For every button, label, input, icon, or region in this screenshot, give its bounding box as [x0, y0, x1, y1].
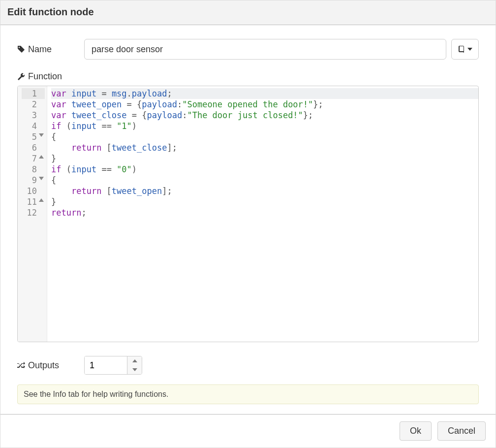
- ok-button[interactable]: Ok: [400, 421, 432, 441]
- code-line[interactable]: var tweet_close = {payload:"The door jus…: [51, 110, 478, 121]
- wrench-icon: [17, 73, 25, 81]
- name-row: Name: [17, 39, 479, 60]
- outputs-input[interactable]: [85, 356, 127, 374]
- gutter-line: 5: [22, 131, 45, 142]
- cancel-button[interactable]: Cancel: [437, 421, 486, 441]
- outputs-increment-button[interactable]: [127, 356, 142, 365]
- code-line[interactable]: var tweet_open = {payload:"Someone opene…: [51, 99, 478, 110]
- gutter-line: 6: [22, 142, 45, 153]
- code-line[interactable]: {: [51, 131, 478, 142]
- code-line[interactable]: }: [51, 196, 478, 207]
- chevron-up-icon: [132, 359, 137, 362]
- edit-function-dialog: Edit function node Name Function 1234567…: [0, 0, 496, 448]
- outputs-row: Outputs: [17, 356, 479, 375]
- gutter-line: 9: [22, 175, 45, 186]
- outputs-label: Outputs: [17, 360, 84, 371]
- dialog-footer: Ok Cancel: [0, 414, 496, 448]
- code-line[interactable]: if (input == "1"): [51, 121, 478, 131]
- chevron-down-icon: [132, 368, 137, 371]
- code-line[interactable]: {: [51, 175, 478, 186]
- code-line[interactable]: return;: [51, 207, 478, 218]
- fold-close-icon[interactable]: [39, 198, 44, 202]
- fold-open-icon[interactable]: [39, 133, 44, 137]
- gutter-line: 7: [22, 153, 45, 164]
- function-label-text: Function: [28, 71, 62, 82]
- tag-icon: [17, 45, 25, 53]
- dialog-title: Edit function node: [0, 0, 496, 25]
- library-button[interactable]: [451, 39, 479, 60]
- gutter-line: 10: [22, 186, 45, 196]
- gutter-line: 4: [22, 121, 45, 131]
- code-line[interactable]: var input = msg.payload;: [51, 88, 478, 99]
- gutter-line: 8: [22, 164, 45, 175]
- fold-close-icon[interactable]: [39, 155, 44, 159]
- book-icon: [458, 45, 465, 53]
- name-input[interactable]: [84, 39, 446, 60]
- outputs-spinner: [84, 356, 142, 375]
- code-line[interactable]: return [tweet_close];: [51, 142, 478, 153]
- hint-box: See the Info tab for help writing functi…: [17, 384, 479, 404]
- gutter-line: 3: [22, 110, 45, 121]
- shuffle-icon: [17, 361, 25, 369]
- gutter-line: 2: [22, 99, 45, 110]
- chevron-down-icon: [467, 48, 472, 51]
- gutter-line: 12: [22, 207, 45, 218]
- name-label: Name: [17, 44, 84, 55]
- code-editor[interactable]: 123456789101112 var input = msg.payload;…: [17, 86, 479, 342]
- editor-gutter: 123456789101112: [18, 86, 47, 342]
- fold-open-icon[interactable]: [39, 177, 44, 180]
- spinner-buttons: [127, 356, 142, 374]
- function-label: Function: [17, 71, 479, 82]
- code-line[interactable]: return [tweet_open];: [51, 186, 478, 196]
- outputs-label-text: Outputs: [28, 360, 59, 371]
- gutter-line: 11: [22, 196, 45, 207]
- editor-code[interactable]: var input = msg.payload;var tweet_open =…: [47, 86, 478, 342]
- code-line[interactable]: }: [51, 153, 478, 164]
- gutter-line: 1: [22, 88, 45, 99]
- name-label-text: Name: [28, 44, 52, 55]
- outputs-decrement-button[interactable]: [127, 365, 142, 374]
- code-line[interactable]: if (input == "0"): [51, 164, 478, 175]
- dialog-body: Name Function 123456789101112 var input …: [0, 25, 496, 414]
